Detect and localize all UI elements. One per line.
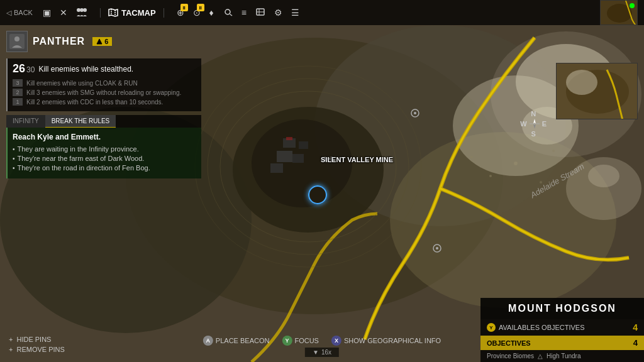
mission-item-3: • They're on the road in direction of Fe… — [13, 164, 196, 172]
svg-point-27 — [540, 181, 542, 184]
svg-marker-50 — [97, 39, 102, 44]
svg-marker-35 — [533, 119, 536, 124]
nav-icon-squad[interactable] — [76, 8, 87, 18]
svg-line-42 — [230, 14, 232, 16]
x-button[interactable]: X — [331, 336, 341, 346]
plus-icon-2: + — [9, 346, 13, 353]
mission-section: INFINITY BREAK THE RULES Reach Kyle and … — [6, 115, 201, 178]
location-panel: MOUNT HODGSON Y AVAILABLES OBJECTIVES 4 … — [480, 298, 644, 362]
bottom-controls: A PLACE BEACON Y FOCUS X SHOW GEOGRAPHIC… — [203, 336, 441, 346]
mission-title: Reach Kyle and Emmett. — [13, 133, 196, 141]
nav-icon-1[interactable]: ▣ — [43, 8, 51, 18]
svg-point-34 — [566, 70, 597, 95]
back-button[interactable]: ◁ BACK — [6, 9, 33, 17]
objectives-footer-count: 4 — [633, 338, 638, 348]
svg-rect-19 — [286, 137, 292, 140]
map-location-label: SILENT VALLEY MINE Skell — [321, 156, 333, 162]
svg-point-49 — [14, 36, 19, 41]
nav-icons: ▣ ✕ TACMAP ⊕ II ⊙ II — [43, 8, 600, 18]
nav-icon-5[interactable]: ⊙ II — [193, 8, 201, 18]
svg-point-26 — [514, 162, 518, 165]
location-title: MOUNT HODGSON — [480, 298, 644, 319]
svg-rect-18 — [270, 163, 283, 173]
y-button[interactable]: A — [203, 336, 213, 346]
mission-item-2: • They're near the farm east of Dark Woo… — [13, 155, 196, 162]
objectives-row: Y AVAILABLES OBJECTIVES 4 — [480, 319, 644, 336]
svg-point-24 — [470, 156, 473, 158]
svg-point-31 — [588, 165, 619, 187]
challenge-row-3: 1 Kill 2 enemies with CDC in less than 1… — [13, 98, 196, 106]
tab-break-rules[interactable]: BREAK THE RULES — [45, 115, 116, 128]
biomes-row: Province Biomes △ High Tundra — [480, 350, 644, 362]
top-nav: ◁ BACK ▣ ✕ TACMAP ⊕ II — [0, 0, 644, 25]
show-geo-control[interactable]: X SHOW GEOGRAPHICAL INFO — [331, 336, 441, 346]
minimap-corner — [556, 63, 638, 119]
challenge-active: 26 30 Kill enemies while stealthed. — [13, 62, 196, 75]
player-level: 6 — [92, 37, 112, 46]
svg-rect-16 — [277, 151, 292, 162]
svg-rect-17 — [292, 154, 304, 163]
nav-icon-compass[interactable]: ⊕ II — [177, 8, 184, 18]
challenge-progress: 26 30 — [13, 62, 35, 75]
objectives-y-icon: Y — [487, 323, 496, 332]
left-panel: PANTHER 6 26 30 Kill enemies while steal… — [6, 28, 201, 178]
player-header: PANTHER 6 — [6, 28, 201, 55]
nav-icon-menu[interactable]: ☰ — [291, 8, 299, 18]
svg-point-41 — [225, 9, 230, 14]
bottom-center: A PLACE BEACON Y FOCUS X SHOW GEOGRAPHIC… — [203, 336, 441, 357]
biomes-icon: △ — [538, 353, 543, 359]
hide-pins-button[interactable]: + HIDE PINS — [9, 336, 65, 343]
nav-icon-7[interactable] — [223, 8, 233, 18]
svg-point-28 — [552, 150, 555, 152]
svg-point-10 — [252, 119, 352, 207]
nav-icon-gear[interactable]: ⚙ — [274, 8, 282, 18]
objectives-label: Y AVAILABLES OBJECTIVES — [487, 323, 585, 332]
player-marker — [308, 185, 327, 204]
nav-icon-9[interactable] — [255, 8, 265, 18]
challenge-row-1: 3 Kill enemies while using CLOAK & RUN — [13, 79, 196, 87]
nav-icon-2[interactable]: ✕ — [60, 8, 67, 18]
mission-body: Reach Kyle and Emmett. • They are waitin… — [6, 128, 201, 178]
bottom-left: + HIDE PINS + REMOVE PINS — [9, 336, 65, 356]
mission-tabs: INFINITY BREAK THE RULES — [6, 115, 201, 128]
objectives-count: 4 — [633, 322, 638, 332]
tab-infinity[interactable]: INFINITY — [6, 115, 45, 128]
focus-control[interactable]: Y FOCUS — [282, 336, 319, 346]
place-beacon-control[interactable]: A PLACE BEACON — [203, 336, 270, 346]
nav-icon-6[interactable]: ♦ — [209, 8, 214, 18]
svg-point-21 — [414, 112, 416, 114]
mission-item-1: • They are waiting in the Infinity provi… — [13, 145, 196, 153]
svg-point-40 — [83, 8, 87, 12]
a-button[interactable]: Y — [282, 336, 292, 346]
minimap-thumbnail — [600, 0, 638, 25]
zoom-indicator: ▼ 16x — [305, 348, 339, 357]
nav-icon-8[interactable]: ≡ — [242, 8, 247, 18]
svg-rect-15 — [299, 141, 308, 149]
objectives-footer: OBJECTIVES 4 — [480, 336, 644, 350]
remove-pins-button[interactable]: + REMOVE PINS — [9, 346, 65, 353]
online-indicator — [630, 3, 635, 8]
compass: N W E S — [520, 110, 547, 138]
challenge-row-2: 2 Kill 3 enemies with SMG without reload… — [13, 89, 196, 96]
challenge-section: 26 30 Kill enemies while stealthed. 3 Ki… — [6, 58, 201, 111]
svg-point-23 — [436, 247, 438, 250]
challenge-text: Kill enemies while stealthed. — [38, 65, 133, 74]
objectives-footer-label: OBJECTIVES — [487, 339, 531, 347]
plus-icon-1: + — [9, 336, 13, 343]
player-icon — [6, 31, 28, 52]
svg-marker-36 — [533, 124, 536, 129]
nav-tacmap[interactable]: TACMAP — [100, 8, 164, 18]
player-name: PANTHER — [33, 36, 85, 47]
svg-point-25 — [489, 175, 492, 177]
